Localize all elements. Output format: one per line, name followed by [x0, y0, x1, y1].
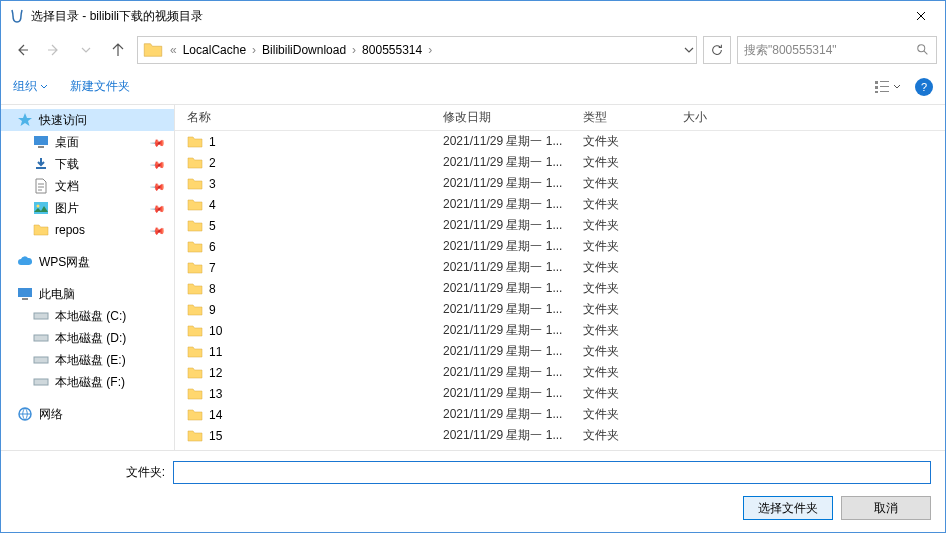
folder-icon — [187, 323, 203, 339]
chevron-down-icon — [81, 45, 91, 55]
select-folder-button[interactable]: 选择文件夹 — [743, 496, 833, 520]
pin-icon: 📌 — [150, 222, 166, 238]
cloud-icon — [17, 254, 33, 270]
sidebar-item-drive-c[interactable]: 本地磁盘 (C:) — [1, 305, 174, 327]
nav-up-button[interactable] — [105, 37, 131, 63]
file-date: 2021/11/29 星期一 1... — [443, 364, 583, 381]
file-name: 12 — [209, 366, 222, 380]
file-row[interactable]: 62021/11/29 星期一 1...文件夹 — [175, 236, 945, 257]
search-placeholder: 搜索"800555314" — [744, 42, 916, 59]
cancel-button[interactable]: 取消 — [841, 496, 931, 520]
dropdown-icon — [40, 83, 48, 91]
svg-point-0 — [918, 45, 925, 52]
sidebar-item-drive-e[interactable]: 本地磁盘 (E:) — [1, 349, 174, 371]
file-row[interactable]: 92021/11/29 星期一 1...文件夹 — [175, 299, 945, 320]
file-type: 文件夹 — [583, 154, 683, 171]
breadcrumb-item[interactable]: 800555314 — [360, 43, 424, 57]
folder-icon — [33, 222, 49, 238]
breadcrumb-item[interactable]: LocalCache — [181, 43, 248, 57]
file-row[interactable]: 112021/11/29 星期一 1...文件夹 — [175, 341, 945, 362]
file-date: 2021/11/29 星期一 1... — [443, 133, 583, 150]
sidebar-item-repos[interactable]: repos📌 — [1, 219, 174, 241]
file-name: 9 — [209, 303, 216, 317]
sidebar-item-drive-d[interactable]: 本地磁盘 (D:) — [1, 327, 174, 349]
new-folder-button[interactable]: 新建文件夹 — [70, 78, 130, 95]
organize-button[interactable]: 组织 — [13, 78, 48, 95]
file-name: 1 — [209, 135, 216, 149]
file-row[interactable]: 52021/11/29 星期一 1...文件夹 — [175, 215, 945, 236]
file-date: 2021/11/29 星期一 1... — [443, 259, 583, 276]
svg-rect-2 — [875, 86, 878, 89]
sidebar-item-wps[interactable]: WPS网盘 — [1, 251, 174, 273]
document-icon — [33, 178, 49, 194]
dropdown-icon — [893, 83, 901, 91]
search-icon — [916, 43, 930, 57]
svg-rect-16 — [34, 379, 48, 385]
sidebar-item-network[interactable]: 网络 — [1, 403, 174, 425]
file-row[interactable]: 122021/11/29 星期一 1...文件夹 — [175, 362, 945, 383]
sidebar-item-thispc[interactable]: 此电脑 — [1, 283, 174, 305]
column-headers: 名称 修改日期 类型 大小 — [175, 105, 945, 131]
file-name: 2 — [209, 156, 216, 170]
file-row[interactable]: 82021/11/29 星期一 1...文件夹 — [175, 278, 945, 299]
file-row[interactable]: 22021/11/29 星期一 1...文件夹 — [175, 152, 945, 173]
file-row[interactable]: 102021/11/29 星期一 1...文件夹 — [175, 320, 945, 341]
folder-icon — [187, 365, 203, 381]
sidebar-item-desktop[interactable]: 桌面📌 — [1, 131, 174, 153]
file-row[interactable]: 32021/11/29 星期一 1...文件夹 — [175, 173, 945, 194]
file-row[interactable]: 72021/11/29 星期一 1...文件夹 — [175, 257, 945, 278]
refresh-button[interactable] — [703, 36, 731, 64]
refresh-icon — [710, 43, 724, 57]
file-type: 文件夹 — [583, 364, 683, 381]
column-type[interactable]: 类型 — [583, 109, 683, 126]
file-row[interactable]: 152021/11/29 星期一 1...文件夹 — [175, 425, 945, 446]
help-button[interactable]: ? — [915, 78, 933, 96]
file-type: 文件夹 — [583, 427, 683, 444]
file-type: 文件夹 — [583, 406, 683, 423]
sidebar: 快速访问 桌面📌 下载📌 文档📌 图片📌 repos📌 WPS网盘 此电脑 本地… — [1, 105, 175, 450]
window-title: 选择目录 - bilibili下载的视频目录 — [31, 8, 898, 25]
file-date: 2021/11/29 星期一 1... — [443, 322, 583, 339]
view-icon — [874, 80, 890, 94]
sidebar-item-downloads[interactable]: 下载📌 — [1, 153, 174, 175]
chevron-down-icon[interactable] — [684, 45, 694, 55]
file-type: 文件夹 — [583, 301, 683, 318]
address-bar[interactable]: « LocalCache › BilibiliDownload › 800555… — [137, 36, 697, 64]
svg-point-10 — [37, 205, 40, 208]
file-name: 10 — [209, 324, 222, 338]
navbar: « LocalCache › BilibiliDownload › 800555… — [1, 31, 945, 69]
folder-icon — [143, 40, 163, 60]
file-row[interactable]: 42021/11/29 星期一 1...文件夹 — [175, 194, 945, 215]
file-name: 5 — [209, 219, 216, 233]
folder-icon — [187, 281, 203, 297]
svg-rect-11 — [18, 288, 32, 297]
column-date[interactable]: 修改日期 — [443, 109, 583, 126]
sidebar-item-quick-access[interactable]: 快速访问 — [1, 109, 174, 131]
file-type: 文件夹 — [583, 217, 683, 234]
file-row[interactable]: 132021/11/29 星期一 1...文件夹 — [175, 383, 945, 404]
folder-name-input[interactable] — [173, 461, 931, 484]
nav-recent-button[interactable] — [73, 37, 99, 63]
folder-icon — [187, 407, 203, 423]
arrow-left-icon — [14, 42, 30, 58]
view-button[interactable] — [874, 80, 901, 94]
folder-icon — [187, 239, 203, 255]
file-type: 文件夹 — [583, 322, 683, 339]
file-row[interactable]: 12021/11/29 星期一 1...文件夹 — [175, 131, 945, 152]
sidebar-item-drive-f[interactable]: 本地磁盘 (F:) — [1, 371, 174, 393]
file-list[interactable]: 12021/11/29 星期一 1...文件夹22021/11/29 星期一 1… — [175, 131, 945, 450]
picture-icon — [33, 200, 49, 216]
folder-icon — [187, 302, 203, 318]
nav-forward-button[interactable] — [41, 37, 67, 63]
breadcrumb-item[interactable]: BilibiliDownload — [260, 43, 348, 57]
column-size[interactable]: 大小 — [683, 109, 945, 126]
nav-back-button[interactable] — [9, 37, 35, 63]
sidebar-item-pictures[interactable]: 图片📌 — [1, 197, 174, 219]
file-row[interactable]: 142021/11/29 星期一 1...文件夹 — [175, 404, 945, 425]
file-date: 2021/11/29 星期一 1... — [443, 196, 583, 213]
sidebar-item-documents[interactable]: 文档📌 — [1, 175, 174, 197]
column-name[interactable]: 名称 — [187, 109, 443, 126]
search-input[interactable]: 搜索"800555314" — [737, 36, 937, 64]
close-button[interactable] — [898, 2, 943, 30]
file-name: 13 — [209, 387, 222, 401]
